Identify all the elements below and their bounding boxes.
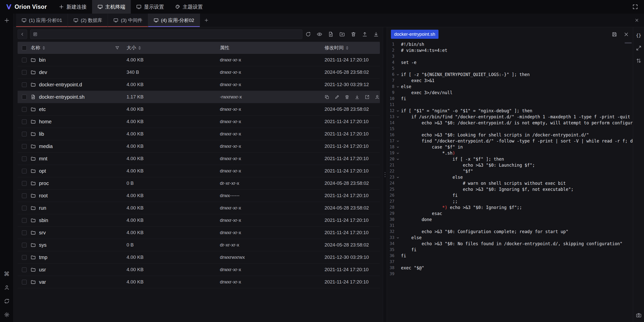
row-checkbox[interactable] <box>22 82 27 87</box>
row-checkbox[interactable] <box>22 119 27 124</box>
fold-icon[interactable] <box>394 84 401 90</box>
row-checkbox[interactable] <box>22 280 27 284</box>
row-checkbox[interactable] <box>22 132 27 136</box>
fold-icon[interactable] <box>394 138 401 144</box>
table-row[interactable]: var4.00 KBdrwxr-xr-x2021-11-24 17:20:10 <box>18 276 380 288</box>
code-editor[interactable]: 1#!/bin/sh2# vim:sw=4:ts=4:et34set -e56i… <box>387 41 633 322</box>
table-row[interactable]: home4.00 KBdrwxr-xr-x2021-11-24 17:20:10 <box>18 116 380 128</box>
terminal-tab-2[interactable]: (2) 数据库 <box>68 14 108 27</box>
file-name[interactable]: home <box>39 119 52 125</box>
table-row[interactable]: docker-entrypoint.sh1.17 KB-rwxrwxr-x <box>18 91 380 103</box>
fold-icon[interactable] <box>394 235 401 241</box>
plus-icon[interactable] <box>4 18 10 23</box>
file-name[interactable]: opt <box>39 168 46 174</box>
row-checkbox[interactable] <box>22 58 27 62</box>
table-row[interactable]: docker-entrypoint.d4.00 KBdrwxr-xr-x2021… <box>18 79 380 91</box>
file-name[interactable]: root <box>39 193 48 199</box>
row-checkbox[interactable] <box>22 267 27 272</box>
sync-icon[interactable] <box>4 298 10 304</box>
nav-item-2[interactable]: 显示设置 <box>131 0 170 14</box>
row-checkbox[interactable] <box>22 95 27 99</box>
row-checkbox[interactable] <box>22 156 27 161</box>
column-header-name[interactable]: 名称 <box>31 45 40 51</box>
row-checkbox[interactable] <box>22 70 27 75</box>
table-row[interactable]: dev340 Bdrwxr-xr-x2024-05-28 23:58:02 <box>18 66 380 79</box>
table-row[interactable]: proc0 Bdr-xr-xr-x2024-05-28 23:58:02 <box>18 177 380 190</box>
nav-item-3[interactable]: 主题设置 <box>170 0 208 14</box>
file-name[interactable]: etc <box>39 106 46 112</box>
file-name[interactable]: media <box>39 144 53 149</box>
table-row[interactable]: etc4.00 KBdrwxr-xr-x2024-05-28 23:58:02 <box>18 103 380 116</box>
row-checkbox[interactable] <box>22 107 27 112</box>
file-name[interactable]: srv <box>39 230 46 236</box>
table-row[interactable]: opt4.00 KBdrwxr-xr-x2021-11-24 17:20:10 <box>18 165 380 177</box>
panel-splitter[interactable] <box>383 27 387 322</box>
fold-icon[interactable] <box>394 114 401 120</box>
copy-icon[interactable] <box>325 95 329 99</box>
file-name[interactable]: bin <box>39 57 46 63</box>
file-name[interactable]: var <box>39 279 46 285</box>
table-row[interactable]: sys0 Bdr-xr-xr-x2024-05-28 23:58:02 <box>18 239 380 251</box>
editor-file-badge[interactable]: docker-entrypoint.sh <box>391 30 438 39</box>
table-row[interactable]: bin4.00 KBdrwxr-xr-x2021-11-24 17:20:10 <box>18 54 380 66</box>
fold-icon[interactable] <box>394 144 401 150</box>
table-row[interactable]: mnt4.00 KBdrwxr-xr-x2021-11-24 17:20:10 <box>18 153 380 165</box>
nav-item-1[interactable]: 主机终端 <box>92 0 131 14</box>
move-icon[interactable] <box>365 95 370 99</box>
file-name[interactable]: proc <box>39 181 49 186</box>
file-name[interactable]: sys <box>39 242 47 248</box>
table-row[interactable]: run4.00 KBdrwxr-xr-x2024-05-28 23:58:02 <box>18 202 380 214</box>
close-icon[interactable] <box>624 32 629 37</box>
row-checkbox[interactable] <box>22 144 27 149</box>
table-row[interactable]: usr4.00 KBdrwxr-xr-x2021-11-24 17:20:10 <box>18 264 380 276</box>
table-row[interactable]: sbin4.00 KBdrwxr-xr-x2021-11-24 17:20:10 <box>18 214 380 227</box>
camera-icon[interactable] <box>636 312 641 318</box>
new-tab-button[interactable] <box>200 14 213 27</box>
edit-icon[interactable] <box>335 95 339 99</box>
row-checkbox[interactable] <box>22 255 27 260</box>
path-input[interactable] <box>30 29 302 39</box>
row-checkbox[interactable] <box>22 243 27 247</box>
sort-size-icon[interactable] <box>138 46 141 50</box>
file-name[interactable]: lib <box>39 131 44 137</box>
table-row[interactable]: root4.00 KBdrwx------2021-11-24 17:20:10 <box>18 190 380 202</box>
file-name[interactable]: usr <box>39 267 46 273</box>
file-name[interactable]: docker-entrypoint.sh <box>39 94 85 100</box>
file-name[interactable]: sbin <box>39 218 48 223</box>
table-row[interactable]: tmp4.00 KBdrwxrwxrwx2021-12-30 03:29:10 <box>18 251 380 264</box>
app-logo[interactable]: Orion Visor <box>0 4 53 10</box>
table-row[interactable]: lib4.00 KBdrwxr-xr-x2021-11-24 17:20:10 <box>18 128 380 140</box>
folder-plus-icon[interactable] <box>339 31 345 37</box>
file-name[interactable]: mnt <box>39 156 47 162</box>
file-name[interactable]: run <box>39 205 46 211</box>
command-icon[interactable]: ⌘ <box>4 271 10 277</box>
fold-icon[interactable] <box>394 108 401 114</box>
swap-icon[interactable] <box>636 58 641 63</box>
back-button[interactable] <box>18 29 27 39</box>
close-panel-button[interactable] <box>629 14 644 27</box>
row-checkbox[interactable] <box>22 230 27 235</box>
fold-icon[interactable] <box>394 174 401 180</box>
eye-icon[interactable] <box>317 31 322 37</box>
column-header-mtime[interactable]: 修改时间 <box>325 45 344 51</box>
terminal-tab-3[interactable]: (3) 中间件 <box>108 14 148 27</box>
trash-icon[interactable] <box>345 95 349 99</box>
upload-icon[interactable] <box>362 31 368 37</box>
row-checkbox[interactable] <box>22 169 27 173</box>
select-all-checkbox[interactable] <box>22 46 27 50</box>
download-icon[interactable] <box>355 95 359 99</box>
trash-icon[interactable] <box>351 31 356 37</box>
download-icon[interactable] <box>373 31 379 37</box>
file-name[interactable]: tmp <box>39 255 47 260</box>
fold-icon[interactable] <box>394 71 401 78</box>
row-checkbox[interactable] <box>22 218 27 223</box>
refresh-icon[interactable] <box>305 31 311 37</box>
fullscreen-icon[interactable] <box>632 4 638 10</box>
fold-icon[interactable] <box>394 156 401 162</box>
file-plus-icon[interactable] <box>328 31 334 37</box>
braces-icon[interactable]: {} <box>636 33 641 38</box>
table-row[interactable]: srv4.00 KBdrwxr-xr-x2021-11-24 17:20:10 <box>18 227 380 239</box>
fold-icon[interactable] <box>394 150 401 156</box>
terminal-tab-4[interactable]: (4) 应用-分析02 <box>148 14 200 27</box>
file-name[interactable]: docker-entrypoint.d <box>39 82 82 88</box>
